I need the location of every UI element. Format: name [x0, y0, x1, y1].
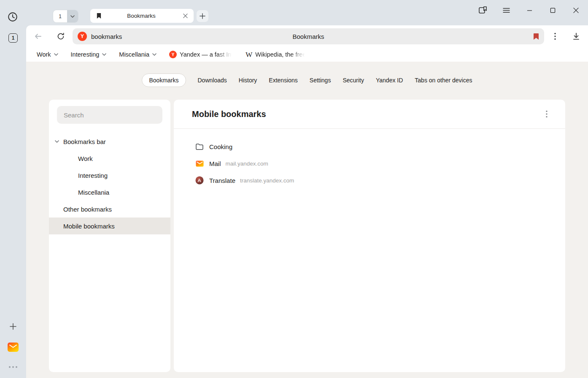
- close-window-button[interactable]: [571, 5, 580, 15]
- bookmarks-bar-items: WorkInterestingMiscellaniaYYandex — a fa…: [26, 47, 588, 62]
- tree-item-label: Miscellania: [78, 189, 109, 196]
- page-title: Bookmarks: [73, 33, 544, 40]
- chevron-down-icon: [70, 15, 75, 18]
- bookmark-label: Work: [37, 51, 51, 58]
- bookmark-name: Mail: [209, 160, 221, 167]
- yandex-favicon: Y: [169, 51, 177, 58]
- tab-tabs-on-other-devices[interactable]: Tabs on other devices: [415, 74, 472, 87]
- tree-item-bookmarks-bar[interactable]: Bookmarks bar: [49, 133, 170, 150]
- chevron-down-icon: [102, 53, 106, 56]
- tab-group-chip[interactable]: 1: [53, 10, 78, 22]
- new-tab-button[interactable]: [197, 10, 208, 22]
- plus-icon: [200, 13, 205, 19]
- ellipsis-icon: [8, 366, 18, 368]
- address-text: bookmarks: [91, 33, 122, 40]
- tree-item-interesting[interactable]: Interesting: [49, 167, 170, 184]
- tab-title: Bookmarks: [105, 13, 178, 19]
- manager-tabs: BookmarksDownloadsHistoryExtensionsSetti…: [26, 62, 588, 87]
- rail-tab-counter[interactable]: 1: [8, 33, 18, 43]
- panel-header: Mobile bookmarks: [174, 100, 565, 129]
- bookmarks-bar-item-interesting[interactable]: Interesting: [71, 51, 107, 58]
- bookmark-list: CookingMailmail.yandex.comTranslatetrans…: [174, 129, 565, 189]
- bookmarks-sidebar-panel: Bookmarks barWorkInterestingMiscellaniaO…: [49, 100, 170, 372]
- mail-favicon: [195, 160, 204, 167]
- window-controls: [478, 3, 580, 17]
- bookmark-name: Cooking: [209, 143, 232, 150]
- rail-more-button[interactable]: [8, 364, 19, 370]
- reload-button[interactable]: [56, 32, 66, 41]
- browser-tab-bookmarks[interactable]: Bookmarks: [90, 9, 194, 23]
- chevron-down-icon: [54, 53, 58, 56]
- tab-group-chevron-button[interactable]: [67, 10, 78, 22]
- chevron-down-icon: [152, 53, 156, 56]
- bookmarks-bar-item-wikipedia-the-free[interactable]: WWikipedia, the free: [245, 51, 306, 58]
- search-wrap: [57, 106, 162, 124]
- tree-item-label: Other bookmarks: [63, 206, 112, 213]
- minimize-button[interactable]: [525, 5, 534, 15]
- tab-extensions[interactable]: Extensions: [269, 74, 297, 87]
- yandex-mail-shortcut[interactable]: [7, 342, 19, 353]
- tab-history[interactable]: History: [239, 74, 257, 87]
- bookmark-label: Wikipedia, the free: [255, 51, 306, 58]
- toolbar-menu-button[interactable]: [550, 33, 560, 40]
- tab-yandex-id[interactable]: Yandex ID: [376, 74, 403, 87]
- side-panel-icon: [478, 6, 488, 14]
- yandex-favicon: Y: [78, 32, 87, 41]
- tab-group-count: 1: [53, 10, 67, 22]
- hamburger-icon: [503, 8, 510, 13]
- rail-add-button[interactable]: [9, 322, 17, 331]
- bookmarks-bar-item-work[interactable]: Work: [37, 51, 58, 58]
- yandex-mail-icon: [7, 342, 19, 353]
- bookmark-manager-page: BookmarksDownloadsHistoryExtensionsSetti…: [26, 62, 588, 378]
- tab-security[interactable]: Security: [343, 74, 364, 87]
- kebab-icon: [546, 110, 548, 118]
- tab-strip: 1 Bookmarks: [26, 0, 588, 25]
- bookmarks-bar-item-yandex-a-fast-int[interactable]: YYandex — a fast Int: [169, 51, 233, 58]
- downloads-button[interactable]: [571, 32, 581, 41]
- bookmark-row-mail[interactable]: Mailmail.yandex.com: [195, 155, 565, 172]
- tree-item-label: Work: [78, 155, 93, 162]
- history-clock-button[interactable]: [7, 11, 19, 23]
- bookmarks-bar-item-miscellania[interactable]: Miscellania: [119, 51, 156, 58]
- left-rail: 1: [0, 0, 26, 378]
- folder-icon: [195, 143, 204, 150]
- minimize-icon: [527, 8, 532, 13]
- tree-item-miscellania[interactable]: Miscellania: [49, 184, 170, 201]
- bookmarks-tree: Bookmarks barWorkInterestingMiscellaniaO…: [49, 133, 170, 234]
- tree-item-work[interactable]: Work: [49, 150, 170, 167]
- plus-icon: [10, 323, 16, 330]
- translate-favicon: [195, 176, 204, 185]
- bookmark-row-cooking[interactable]: Cooking: [195, 138, 565, 155]
- tree-item-label: Bookmarks bar: [63, 138, 106, 145]
- tree-item-mobile-bookmarks[interactable]: Mobile bookmarks: [49, 218, 170, 234]
- bookmark-page-button[interactable]: [533, 33, 539, 40]
- tab-settings[interactable]: Settings: [310, 74, 331, 87]
- address-bar[interactable]: Y bookmarks Bookmarks: [73, 28, 544, 44]
- more-actions-button[interactable]: [541, 108, 553, 120]
- tab-downloads[interactable]: Downloads: [198, 74, 227, 87]
- browser-menu-button[interactable]: [502, 5, 511, 15]
- browser-toolbar: Y bookmarks Bookmarks: [26, 25, 588, 47]
- tab-bookmarks[interactable]: Bookmarks: [142, 73, 186, 87]
- bookmark-url: mail.yandex.com: [226, 160, 268, 167]
- download-icon: [572, 32, 580, 41]
- bookmark-label: Yandex — a fast Int: [180, 51, 233, 58]
- clock-icon: [7, 11, 18, 22]
- side-panel-button[interactable]: [478, 5, 488, 15]
- back-button[interactable]: [33, 32, 43, 41]
- maximize-button[interactable]: [548, 5, 557, 15]
- bookmark-url: translate.yandex.com: [240, 177, 294, 184]
- panel-title: Mobile bookmarks: [192, 109, 541, 119]
- tree-item-other-bookmarks[interactable]: Other bookmarks: [49, 201, 170, 218]
- search-input[interactable]: [57, 106, 162, 124]
- bookmark-row-translate[interactable]: Translatetranslate.yandex.com: [195, 172, 565, 189]
- tree-item-label: Mobile bookmarks: [63, 223, 115, 230]
- tab-close-button[interactable]: [181, 12, 189, 20]
- wikipedia-favicon: W: [245, 51, 252, 58]
- maximize-icon: [550, 8, 556, 13]
- close-icon: [573, 8, 579, 13]
- bookmarks-main-panel: Mobile bookmarks CookingMailmail.yandex.…: [174, 100, 565, 372]
- kebab-icon: [554, 33, 556, 40]
- reload-icon: [57, 32, 65, 41]
- tree-item-label: Interesting: [78, 172, 108, 179]
